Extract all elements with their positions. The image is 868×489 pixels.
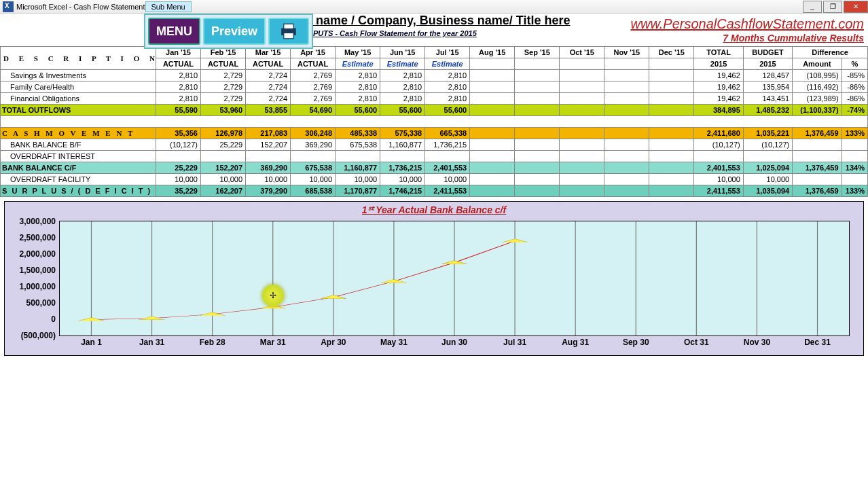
cell[interactable] [470,162,515,174]
cell[interactable] [515,82,560,93]
cell[interactable]: 1,736,215 [380,162,425,174]
cell[interactable] [470,93,515,105]
cell[interactable]: 2,810 [336,93,380,105]
cell[interactable]: (10,127) [156,139,200,151]
chart-plot[interactable]: ✢ 3,000,0002,500,0002,000,0001,500,0001,… [59,221,850,336]
cell-budget[interactable]: (10,127) [743,139,792,151]
cell-diff[interactable] [793,139,842,151]
table-row[interactable]: Family Care/Health2,8102,7292,7242,7692,… [1,82,868,93]
cell-total[interactable]: 384,895 [694,105,743,116]
cell[interactable] [649,151,694,162]
cell-budget[interactable]: 1,035,094 [743,185,792,197]
cell[interactable]: 2,729 [201,70,246,82]
cell[interactable] [470,151,515,162]
cell-budget[interactable]: 1,035,221 [743,128,792,139]
cell[interactable]: 10,000 [156,174,200,185]
table-row[interactable]: Financial Obligations2,8102,7292,7242,76… [1,93,868,105]
cell[interactable]: 35,356 [156,128,200,139]
cell[interactable]: 675,538 [336,139,380,151]
cell[interactable]: 25,229 [156,162,200,174]
cell[interactable] [470,70,515,82]
cell[interactable]: 2,810 [425,82,470,93]
cell[interactable] [649,139,694,151]
cell[interactable] [604,128,649,139]
cell[interactable] [336,151,380,162]
cell-budget[interactable] [743,151,792,162]
cell-diff[interactable]: (1,100,337) [793,105,842,116]
cell[interactable] [515,151,560,162]
cell-total[interactable]: (10,127) [694,139,743,151]
cell-budget[interactable]: 128,457 [743,70,792,82]
cell[interactable] [246,151,291,162]
table-row[interactable]: TOTAL OUTFLOWS55,59053,96053,85554,69055… [1,105,868,116]
site-link[interactable]: www.PersonalCashflowStatement.com [631,16,864,32]
cell[interactable]: 126,978 [201,128,246,139]
cell[interactable]: 2,810 [425,70,470,82]
cell[interactable]: 306,248 [291,128,336,139]
cell-total[interactable]: 19,462 [694,93,743,105]
cell[interactable]: 1,160,877 [336,162,380,174]
table-row[interactable]: C A S H M O V E M E N T35,356126,978217,… [1,128,868,139]
cell[interactable] [560,70,604,82]
cell[interactable] [560,128,604,139]
cell[interactable]: 53,855 [246,105,291,116]
cell[interactable]: 10,000 [336,174,380,185]
cell[interactable] [560,105,604,116]
cell[interactable]: 665,338 [425,128,470,139]
table-row[interactable]: OVERDRAFT INTEREST [1,151,868,162]
cell-budget[interactable]: 1,485,232 [743,105,792,116]
cell-diff[interactable]: (123,989) [793,93,842,105]
cell[interactable]: 1,746,215 [380,185,425,197]
cell[interactable]: 1,736,215 [425,139,470,151]
cell-diff[interactable]: 1,376,459 [793,128,842,139]
cell[interactable] [201,151,246,162]
cell[interactable]: 55,590 [156,105,200,116]
cell[interactable]: 55,600 [336,105,380,116]
cell[interactable]: 575,338 [380,128,425,139]
cell[interactable]: 2,729 [201,93,246,105]
cell[interactable] [515,105,560,116]
cell[interactable] [649,93,694,105]
cell[interactable] [560,162,604,174]
cell[interactable] [560,82,604,93]
cell[interactable] [470,82,515,93]
menu-button[interactable]: MENU [148,18,200,45]
cell[interactable]: 2,810 [425,93,470,105]
cell-pct[interactable]: -74% [842,105,867,116]
cell-budget[interactable]: 143,451 [743,93,792,105]
cell[interactable]: 2,810 [380,82,425,93]
cell[interactable] [560,185,604,197]
cell-budget[interactable]: 1,025,094 [743,162,792,174]
cell[interactable]: 55,600 [425,105,470,116]
cell[interactable] [515,139,560,151]
cell[interactable] [515,128,560,139]
cell[interactable] [604,151,649,162]
cell[interactable] [380,151,425,162]
cell[interactable] [560,139,604,151]
cell[interactable] [560,151,604,162]
cell[interactable]: 2,810 [336,70,380,82]
cell-diff[interactable] [793,151,842,162]
cell-diff[interactable]: (108,995) [793,70,842,82]
cell[interactable] [560,93,604,105]
cell[interactable]: 10,000 [201,174,246,185]
cell[interactable]: 2,769 [291,70,336,82]
cell[interactable] [515,70,560,82]
cell[interactable]: 379,290 [246,185,291,197]
print-button[interactable] [268,18,309,45]
cell[interactable] [470,139,515,151]
cell[interactable] [604,174,649,185]
cell[interactable] [560,174,604,185]
cell[interactable]: 2,810 [380,93,425,105]
cell[interactable] [515,185,560,197]
cell[interactable]: 2,729 [201,82,246,93]
table-row[interactable]: BANK BALANCE B/F(10,127)25,229152,207369… [1,139,868,151]
cell[interactable]: 2,401,553 [425,162,470,174]
cell[interactable]: 35,229 [156,185,200,197]
cell-total[interactable] [694,151,743,162]
cell[interactable]: 2,769 [291,82,336,93]
cell-pct[interactable]: 133% [842,128,867,139]
cell[interactable] [291,151,336,162]
cell[interactable] [515,93,560,105]
cell-diff[interactable]: 1,376,459 [793,162,842,174]
